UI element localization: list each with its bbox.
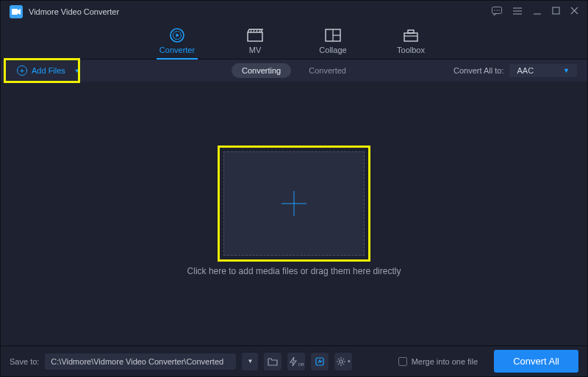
- bottom-bar: Save to: C:\Vidmore\Vidmore Video Conver…: [1, 345, 587, 376]
- close-icon[interactable]: [570, 7, 578, 17]
- nav-label: MV: [249, 46, 262, 54]
- settings-button[interactable]: ▾: [334, 353, 352, 370]
- nav-mv[interactable]: MV: [234, 28, 276, 59]
- folder-icon: [268, 357, 278, 366]
- tab-converting[interactable]: Converting: [232, 63, 291, 78]
- drop-zone-wrap: [223, 151, 365, 256]
- output-format-select[interactable]: AAC ▼: [509, 64, 577, 77]
- convert-all-to: Convert All to: AAC ▼: [453, 64, 577, 77]
- drop-hint-text: Click here to add media files or drag th…: [187, 266, 401, 276]
- collage-icon: [324, 28, 342, 43]
- nav-toolbox[interactable]: Toolbox: [390, 28, 431, 59]
- sub-toolbar: + Add Files ▼ Converting Converted Conve…: [1, 60, 587, 82]
- svg-rect-23: [408, 30, 414, 33]
- nav-converter[interactable]: Converter: [157, 28, 198, 59]
- plus-circle-icon: +: [17, 65, 27, 76]
- maximize-icon[interactable]: [552, 7, 560, 17]
- convert-all-label: Convert All to:: [453, 66, 503, 75]
- top-nav: Converter MV Collage Toolbox: [1, 23, 587, 60]
- menu-icon[interactable]: [512, 7, 523, 17]
- main-area: Click here to add media files or drag th…: [1, 82, 587, 345]
- svg-point-26: [340, 359, 343, 362]
- app-logo-icon: [10, 5, 23, 18]
- app-window: Vidmore Video Converter Co: [0, 0, 588, 377]
- svg-line-34: [338, 363, 339, 364]
- clapper-icon: [246, 28, 264, 43]
- nav-collage[interactable]: Collage: [312, 28, 354, 59]
- save-path-dropdown[interactable]: ▼: [242, 353, 258, 370]
- checkbox-icon: [398, 357, 407, 366]
- merge-label: Merge into one file: [412, 357, 478, 366]
- svg-line-33: [343, 358, 344, 359]
- svg-point-4: [498, 10, 499, 10]
- svg-rect-0: [12, 9, 18, 15]
- speed-icon: [315, 356, 325, 367]
- nav-label: Collage: [319, 46, 346, 54]
- nav-label: Converter: [159, 46, 195, 54]
- bolt-icon: [288, 356, 298, 367]
- app-title: Vidmore Video Converter: [29, 7, 119, 16]
- svg-line-32: [343, 363, 344, 364]
- chevron-down-icon: ▼: [563, 67, 570, 74]
- titlebar: Vidmore Video Converter: [1, 1, 587, 23]
- nav-label: Toolbox: [397, 46, 425, 54]
- add-files-label: Add Files: [32, 66, 65, 75]
- gear-icon: [336, 356, 346, 367]
- feedback-icon[interactable]: [492, 7, 502, 18]
- plus-thin-icon: [282, 191, 306, 216]
- output-format-value: AAC: [517, 66, 534, 75]
- window-controls: [492, 7, 578, 18]
- open-folder-button[interactable]: [264, 353, 282, 370]
- high-speed-button[interactable]: [311, 353, 329, 370]
- status-tabs: Converting Converted: [232, 63, 356, 78]
- add-files-button[interactable]: + Add Files ▼: [11, 62, 86, 79]
- minimize-icon[interactable]: [533, 7, 542, 18]
- save-path-field[interactable]: C:\Vidmore\Vidmore Video Converter\Conve…: [45, 353, 236, 370]
- save-to-label: Save to:: [10, 357, 39, 366]
- svg-rect-9: [553, 7, 559, 14]
- play-circle-icon: [168, 28, 186, 43]
- svg-point-3: [496, 10, 497, 10]
- chevron-down-icon: ▼: [74, 68, 80, 74]
- convert-all-button[interactable]: Convert All: [494, 350, 578, 373]
- drop-zone[interactable]: [223, 151, 365, 256]
- svg-point-2: [494, 10, 495, 10]
- svg-rect-25: [316, 358, 323, 365]
- toolbox-icon: [402, 28, 420, 43]
- svg-rect-22: [404, 33, 417, 41]
- chevron-down-icon: ▾: [348, 359, 351, 365]
- svg-line-31: [338, 358, 339, 359]
- merge-checkbox[interactable]: Merge into one file: [398, 357, 478, 366]
- hardware-accel-button[interactable]: Off: [287, 353, 305, 370]
- tab-converted[interactable]: Converted: [298, 63, 356, 78]
- svg-rect-14: [248, 32, 262, 41]
